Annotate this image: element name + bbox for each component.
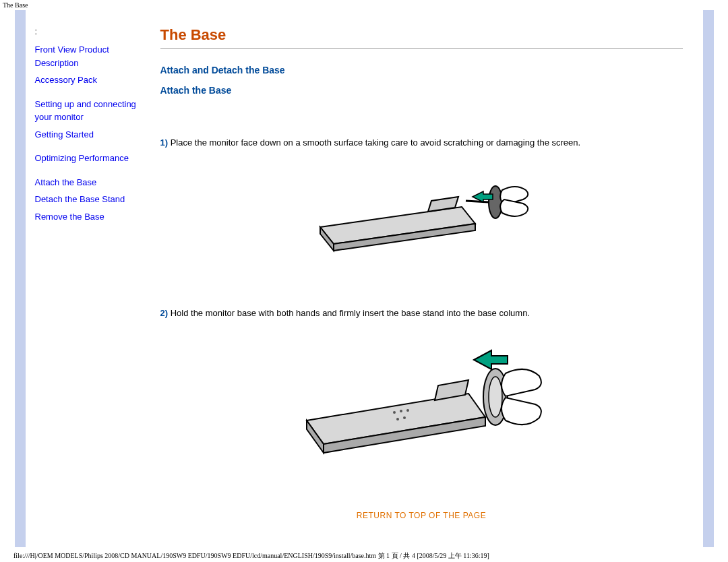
- return-to-top-link[interactable]: RETURN TO TOP OF THE PAGE: [357, 511, 486, 520]
- step-2-text: Hold the monitor base with both hands an…: [168, 308, 530, 318]
- section-heading: Attach and Detach the Base: [160, 65, 683, 75]
- link-accessory-pack[interactable]: Accessory Pack: [35, 73, 140, 87]
- svg-point-11: [400, 410, 402, 412]
- svg-point-4: [489, 186, 502, 218]
- footer-file-path: file:///H|/OEM MODELS/Philips 2008/CD MA…: [0, 547, 728, 562]
- return-to-top: RETURN TO TOP OF THE PAGE: [160, 510, 683, 520]
- svg-point-12: [406, 409, 409, 412]
- step-2: 2) Hold the monitor base with both hands…: [160, 307, 683, 320]
- sidebar-bullet: :: [35, 26, 140, 36]
- link-optimizing-performance[interactable]: Optimizing Performance: [35, 152, 140, 165]
- insert-base-stand-illustration-icon: [280, 333, 563, 468]
- arrow-left-icon: [474, 350, 508, 369]
- step-1-text: Place the monitor face down on a smooth …: [168, 137, 580, 148]
- page-frame: : Front View Product Description Accesso…: [15, 10, 714, 547]
- link-remove-base[interactable]: Remove the Base: [35, 210, 140, 224]
- illustration-step-1: [160, 163, 683, 266]
- left-decorative-stripe: [15, 10, 26, 547]
- link-attach-base[interactable]: Attach the Base: [35, 176, 140, 189]
- svg-line-5: [466, 201, 489, 202]
- svg-marker-18: [474, 350, 508, 369]
- step-2-number: 2): [160, 308, 169, 318]
- page-title: The Base: [160, 26, 683, 44]
- title-divider: [160, 48, 683, 49]
- window-title: The Base: [0, 0, 728, 10]
- step-1: 1) Place the monitor face down on a smoo…: [160, 136, 683, 150]
- svg-point-17: [489, 377, 502, 417]
- illustration-step-2: [160, 333, 683, 470]
- link-front-view[interactable]: Front View Product Description: [35, 43, 140, 69]
- svg-point-10: [393, 411, 396, 414]
- link-setting-up[interactable]: Setting up and connecting your monitor: [35, 98, 140, 124]
- sidebar-group-3: Optimizing Performance: [35, 152, 140, 165]
- sidebar-group-2: Setting up and connecting your monitor G…: [35, 98, 140, 142]
- sidebar-group-4: Attach the Base Detach the Base Stand Re…: [35, 176, 140, 224]
- svg-point-14: [403, 416, 406, 419]
- sidebar-group-1: Front View Product Description Accessory…: [35, 43, 140, 87]
- sub-heading: Attach the Base: [160, 85, 683, 96]
- main-content: The Base Attach and Detach the Base Atta…: [147, 10, 703, 547]
- link-getting-started[interactable]: Getting Started: [35, 128, 140, 142]
- right-decorative-stripe: [703, 10, 714, 547]
- step-1-number: 1): [160, 137, 169, 148]
- sidebar-nav: : Front View Product Description Accesso…: [26, 10, 147, 547]
- monitor-face-down-illustration-icon: [293, 163, 549, 264]
- link-detach-base-stand[interactable]: Detach the Base Stand: [35, 193, 140, 206]
- svg-point-13: [396, 418, 399, 420]
